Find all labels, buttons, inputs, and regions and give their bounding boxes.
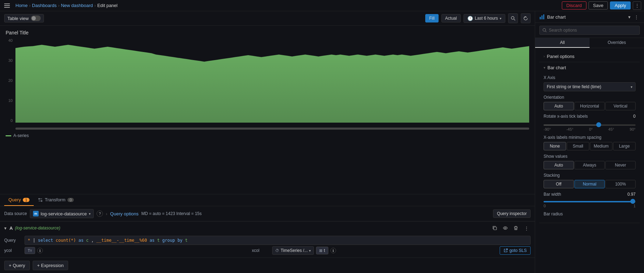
- apply-button[interactable]: Apply: [610, 1, 631, 9]
- tab-transform[interactable]: Transform 0: [34, 194, 78, 206]
- goto-sls-label: goto SLS: [510, 248, 527, 253]
- menu-icon[interactable]: [3, 1, 11, 10]
- actual-button[interactable]: Actual: [441, 14, 461, 22]
- ycol-xcol-row: ycol Tт ℹ xcol ⏱ TimeSeries /...: [4, 246, 531, 255]
- stacking-100[interactable]: 100%: [605, 180, 636, 188]
- add-expression-button[interactable]: + Expression: [33, 261, 68, 270]
- query-row-a: ▾ A (log-service-datasource): [0, 221, 535, 258]
- table-view-switch[interactable]: [31, 15, 41, 21]
- tab-all[interactable]: All: [535, 38, 590, 48]
- right-panel: Bar chart ▾ ⋮ All Overrides › Panel opti…: [535, 11, 644, 273]
- hide-query-button[interactable]: [501, 224, 510, 232]
- query-inspector-button[interactable]: Query inspector: [493, 209, 531, 218]
- y-axis: 40 30 20 10 0: [6, 38, 14, 123]
- panel-options-chevron: ›: [544, 54, 545, 58]
- show-values-group: Auto Always Never: [544, 161, 636, 169]
- ycol-label: ycol: [4, 248, 22, 253]
- spacing-large[interactable]: Large: [613, 142, 636, 150]
- show-values-never[interactable]: Never: [605, 161, 636, 169]
- query-as2: as: [150, 238, 157, 243]
- panel-options-header[interactable]: › Panel options: [539, 51, 640, 62]
- query-options-link[interactable]: Query options: [110, 211, 139, 216]
- transform-icon: [38, 197, 43, 202]
- nav-home[interactable]: Home: [15, 3, 28, 8]
- spacing-medium[interactable]: Medium: [590, 142, 612, 150]
- topbar: Home › Dashboards › New dashboard › Edit…: [0, 0, 644, 11]
- refresh-button[interactable]: [521, 13, 531, 23]
- search-input[interactable]: [549, 28, 637, 33]
- nav-new-dashboard[interactable]: New dashboard: [61, 3, 93, 8]
- orientation-vertical[interactable]: Vertical: [605, 102, 636, 110]
- stacking-group: Off Normal 100%: [544, 180, 636, 188]
- spacing-none[interactable]: None: [544, 142, 566, 150]
- datasource-selector[interactable]: m log-service-datasource ▾: [30, 209, 94, 218]
- xcol-container: ⏱ TimeSeries /... ▾ ⊠ t ℹ: [272, 246, 497, 255]
- save-button[interactable]: Save: [589, 1, 608, 9]
- x-axis-select[interactable]: First string or time field (time) ▾: [544, 82, 636, 91]
- xcol-info[interactable]: ℹ: [330, 248, 336, 253]
- ycol-info[interactable]: ℹ: [37, 248, 43, 253]
- section-panel-options: › Panel options: [539, 51, 640, 62]
- bar-width-max: 1: [633, 204, 636, 208]
- bar-width-slider[interactable]: 0 1: [544, 201, 636, 208]
- rotate-tick-3: 0°: [589, 127, 593, 131]
- datasource-name: log-service-datasource: [41, 211, 87, 216]
- tab-transform-label: Transform: [45, 197, 66, 202]
- xcol-field[interactable]: ⊠ t: [316, 247, 328, 254]
- spacing-small[interactable]: Small: [567, 142, 589, 150]
- rotate-slider[interactable]: [544, 124, 636, 126]
- timeseries-select[interactable]: ⏱ TimeSeries /... ▾: [272, 246, 314, 255]
- nav-dashboards[interactable]: Dashboards: [32, 3, 57, 8]
- query-t2: t: [185, 238, 188, 243]
- table-view-toggle[interactable]: Table view: [4, 14, 44, 22]
- bar-width-value: 0.97: [627, 192, 636, 197]
- rotate-tick-2: -45°: [566, 127, 573, 131]
- datasource-info-button[interactable]: ?: [97, 210, 103, 217]
- viz-more-button[interactable]: ⋮: [633, 13, 640, 20]
- legend-color-indicator: [6, 135, 11, 136]
- x-spacing-label: X-axis labels minimum spacing: [544, 135, 636, 140]
- more-options-button[interactable]: ⋮: [633, 1, 641, 10]
- svg-rect-7: [540, 17, 541, 19]
- add-query-button[interactable]: + Query: [4, 261, 30, 270]
- goto-sls-button[interactable]: goto SLS: [500, 246, 531, 255]
- bar-chart-section-header[interactable]: ▾ Bar chart: [539, 62, 640, 73]
- chart-svg: [15, 38, 529, 123]
- collapse-icon[interactable]: ▾: [4, 226, 7, 231]
- clock-icon: 🕐: [467, 16, 473, 21]
- discard-button[interactable]: Discard: [562, 1, 586, 9]
- viz-name: Bar chart: [547, 14, 626, 20]
- time-range-picker[interactable]: 🕐 Last 6 hours ▾: [464, 14, 505, 23]
- copy-query-button[interactable]: [491, 224, 499, 232]
- bar-width-thumb[interactable]: [630, 199, 635, 204]
- query-input[interactable]: * | select count(*) as c , __time__-__ti…: [25, 236, 531, 245]
- query-toolbar: Data source m log-service-datasource ▾ ?…: [0, 206, 535, 221]
- query-star: *: [28, 238, 30, 243]
- ycol-tag[interactable]: Tт: [25, 247, 35, 254]
- rotate-thumb[interactable]: [596, 122, 601, 127]
- bar-width-label: Bar width: [544, 192, 561, 197]
- query-row-actions: ⋮: [491, 224, 531, 232]
- tab-query[interactable]: Query 1: [4, 194, 34, 206]
- show-values-auto[interactable]: Auto: [544, 161, 574, 169]
- bar-width-track: [544, 201, 636, 202]
- zoom-button[interactable]: [508, 13, 518, 23]
- stacking-normal[interactable]: Normal: [574, 180, 605, 188]
- fill-button[interactable]: Fill: [425, 14, 438, 22]
- delete-query-button[interactable]: [512, 224, 520, 232]
- viz-selector: Bar chart ▾ ⋮: [535, 11, 644, 23]
- orientation-auto[interactable]: Auto: [544, 102, 574, 110]
- orientation-horizontal[interactable]: Horizontal: [574, 102, 605, 110]
- search-box[interactable]: [539, 26, 640, 35]
- chart-scrollbar[interactable]: [15, 128, 529, 130]
- show-values-always[interactable]: Always: [574, 161, 605, 169]
- query-badge: 1: [23, 198, 29, 202]
- nav-edit-panel: Edit panel: [97, 3, 118, 8]
- tab-query-label: Query: [8, 197, 21, 202]
- xcol-value: t: [324, 248, 325, 253]
- stacking-off[interactable]: Off: [544, 180, 574, 188]
- query-field-row: Query * | select count(*) as c , __time_…: [4, 236, 531, 245]
- more-query-options-button[interactable]: ⋮: [522, 224, 531, 232]
- tab-overrides[interactable]: Overrides: [590, 38, 644, 48]
- query-meta: MD = auto = 1423 Interval = 15s: [142, 211, 202, 216]
